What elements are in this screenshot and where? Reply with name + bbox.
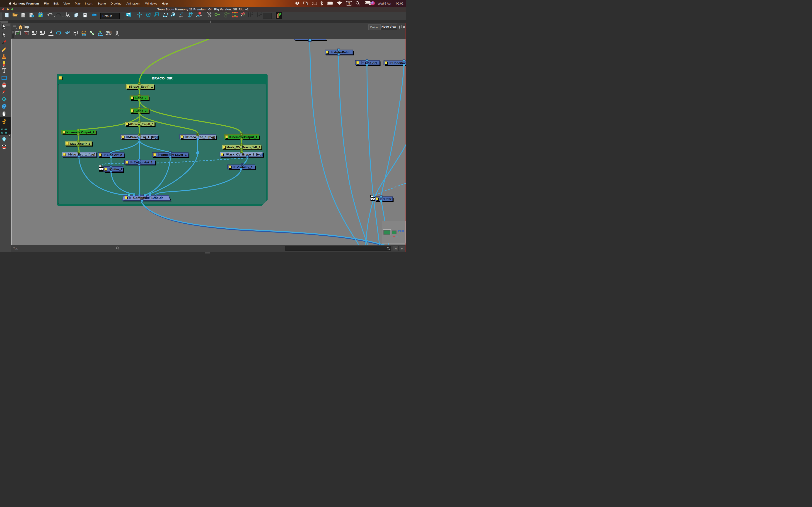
svg-text:Visibility_1: Visibility_1 xyxy=(237,165,253,169)
svg-text:c: c xyxy=(241,14,242,17)
svg-text:Mask_OV_Braco_2 [tvg]: Mask_OV_Braco_2 [tvg] xyxy=(227,153,263,156)
svg-text:Braco_Esq-P_1: Braco_Esq-P_1 xyxy=(130,85,153,88)
svg-text:IT: IT xyxy=(348,2,350,5)
svg-text:ABraco_Esq-P_1: ABraco_Esq-P_1 xyxy=(129,122,154,126)
svg-text:Bone_3: Bone_3 xyxy=(136,109,147,112)
svg-text:ABraco_Esq_1 [tvg]: ABraco_Esq_1 [tvg] xyxy=(128,135,158,139)
svg-text:KinematicOutput_1: KinematicOutput_1 xyxy=(229,135,257,139)
svg-text:Line-Art_2: Line-Art_2 xyxy=(107,153,122,157)
svg-text:Braco_Esq_1 [tvg]: Braco_Esq_1 [tvg] xyxy=(187,135,215,139)
svg-text:Underlay-Layer_1: Underlay-Layer_1 xyxy=(161,153,187,156)
svg-text:Composite_BracDir: Composite_BracDir xyxy=(133,196,163,200)
svg-text:BRACO_DIR: BRACO_DIR xyxy=(152,76,173,80)
svg-text:Mao_Esq-P_1: Mao_Esq-P_1 xyxy=(70,142,90,145)
svg-text:Mao_Esq_1 [tvg]: Mao_Esq_1 [tvg] xyxy=(70,153,95,156)
svg-text:A: A xyxy=(261,12,262,14)
svg-text:KinematicOutput_2: KinematicOutput_2 xyxy=(66,130,95,134)
svg-text:Bone_2: Bone_2 xyxy=(136,96,147,100)
svg-text:Mask_OV_Braco_1-P_1: Mask_OV_Braco_1-P_1 xyxy=(226,146,261,149)
svg-text:ABC+: ABC+ xyxy=(106,31,112,33)
svg-text:Cutter: Cutter xyxy=(383,198,392,201)
svg-text:Colour-Art_1: Colour-Art_1 xyxy=(134,161,153,164)
svg-text:+ABC: +ABC xyxy=(106,33,112,36)
svg-text:Auto-Patch: Auto-Patch xyxy=(334,51,351,54)
